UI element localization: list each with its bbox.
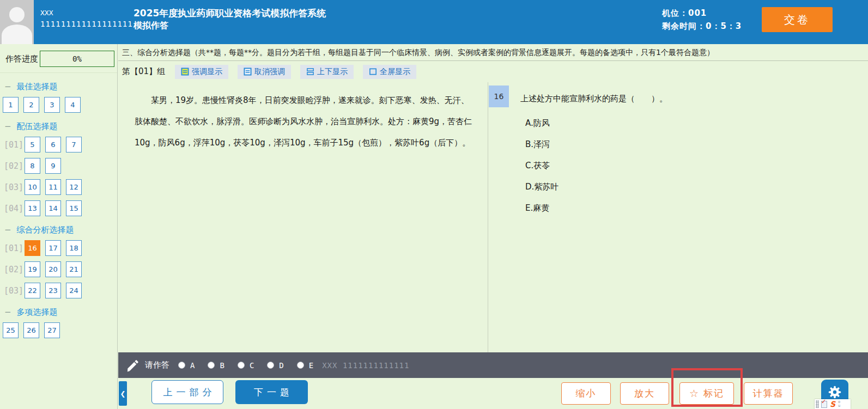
choice-d[interactable]: D: [267, 361, 283, 370]
section-best-choice[interactable]: −最佳选择题: [4, 82, 117, 91]
option-d[interactable]: D.紫苏叶: [525, 176, 559, 198]
system-subtitle: 模拟作答: [133, 20, 326, 32]
question-button-18[interactable]: 18: [66, 240, 82, 256]
question-button-12[interactable]: 12: [66, 179, 82, 195]
collapse-icon: −: [4, 307, 11, 317]
progress-label: 作答进度: [5, 54, 38, 64]
radio-c[interactable]: [238, 362, 245, 369]
collapse-icon: −: [4, 225, 11, 235]
question-button-13[interactable]: 13: [25, 200, 40, 216]
question-button-8[interactable]: 8: [25, 158, 40, 174]
question-button-9[interactable]: 9: [45, 158, 61, 174]
vertical-split-button[interactable]: 上下显示: [300, 65, 354, 79]
question-button-20[interactable]: 20: [45, 261, 61, 277]
answer-prompt: 请作答: [145, 360, 169, 370]
radio-e[interactable]: [297, 362, 304, 369]
question-button-4[interactable]: 4: [65, 97, 81, 113]
remaining-time: 剩余时间：0：5：3: [662, 20, 742, 33]
question-button-22[interactable]: 22: [25, 283, 40, 298]
zoom-out-button[interactable]: 缩小: [561, 382, 611, 405]
case-panel: 某男，19岁。患慢性肾炎8年，日前突发眼睑浮肿，遂来就诊。刻下恶寒、发热、无汗、…: [118, 82, 488, 352]
choice-label: B: [220, 361, 224, 370]
section-title-label: 多项选择题: [17, 307, 58, 317]
section-multiple-choice[interactable]: −多项选择题: [4, 307, 117, 317]
calculator-button[interactable]: 计算器: [744, 382, 793, 405]
gear-icon: [827, 384, 843, 400]
choice-label: A: [190, 361, 195, 370]
collapse-icon: −: [4, 82, 11, 91]
next-question-button[interactable]: 下一题: [235, 380, 308, 404]
star-icon: ☆: [689, 388, 700, 399]
choice-c[interactable]: C: [238, 361, 254, 370]
progress-row: 作答进度 0%: [0, 51, 117, 67]
drag-handle-icon[interactable]: [816, 400, 819, 408]
choice-a[interactable]: A: [178, 361, 195, 370]
unhighlight-icon: [244, 68, 252, 76]
option-b[interactable]: B.泽泻: [525, 134, 559, 155]
option-a[interactable]: A.防风: [525, 113, 559, 134]
note-document-icon[interactable]: ✓: [821, 401, 827, 408]
question-panel: 16 上述处方中能宣肺利水的药是（ ）。 A.防风 B.泽泻 C.茯苓 D.紫苏…: [488, 82, 868, 352]
option-e[interactable]: E.麻黄: [525, 198, 559, 219]
answer-bar: 请作答 A B C D: [118, 352, 868, 378]
question-button-27[interactable]: 27: [44, 322, 60, 338]
question-button-17[interactable]: 17: [45, 240, 61, 256]
option-c[interactable]: C.茯苓: [525, 155, 559, 176]
radio-d[interactable]: [267, 362, 274, 369]
section-instruction: 三、综合分析选择题（共**题，每题**分。题目分为若干组，每组题目基于同一个临床…: [118, 44, 868, 61]
session-info: 机位：001 剩余时间：0：5：3: [662, 7, 742, 33]
choice-e[interactable]: E: [297, 361, 313, 370]
split-view-icon: [306, 68, 314, 76]
cancel-emphasize-button[interactable]: 取消强调: [238, 65, 291, 79]
question-number-badge: 16: [489, 86, 509, 107]
question-button-23[interactable]: 23: [45, 283, 61, 298]
radio-a[interactable]: [178, 362, 185, 369]
emphasize-display-button[interactable]: 强调显示: [175, 65, 228, 79]
question-button-26[interactable]: 26: [23, 322, 39, 338]
group-title: 第【01】组: [122, 66, 165, 77]
choice-b[interactable]: B: [208, 361, 224, 370]
question-button-2[interactable]: 2: [23, 97, 39, 113]
avatar-head-shape: [9, 7, 25, 22]
section-comprehensive-analysis[interactable]: −综合分析选择题: [4, 225, 117, 235]
ctrl-label: 取消强调: [254, 67, 285, 77]
question-button-5[interactable]: 5: [25, 137, 40, 152]
choice-label: D: [279, 361, 283, 370]
choice-label: E: [309, 361, 313, 370]
radio-b[interactable]: [208, 362, 215, 369]
question-button-25[interactable]: 25: [3, 322, 19, 338]
avatar: [0, 0, 34, 44]
section-title-label: 综合分析选择题: [17, 225, 74, 235]
zoom-in-button[interactable]: 放大: [620, 382, 669, 405]
collapse-sidebar-button[interactable]: ❮: [119, 381, 127, 406]
question-button-19[interactable]: 19: [25, 261, 40, 277]
question-button-1[interactable]: 1: [3, 97, 19, 113]
question-button-24[interactable]: 24: [66, 283, 82, 298]
previous-section-button[interactable]: 上一部分: [151, 380, 223, 404]
group-label: [04]: [4, 204, 23, 213]
question-button-15[interactable]: 15: [66, 200, 82, 216]
question-row: 1 2 3 4: [0, 97, 117, 113]
section-matching-choice[interactable]: −配伍选择题: [4, 121, 117, 131]
question-row: [02] 19 20 21: [0, 261, 117, 277]
question-button-16-active[interactable]: 16: [25, 240, 40, 256]
question-button-7[interactable]: 7: [66, 137, 82, 152]
question-button-21[interactable]: 21: [66, 261, 82, 277]
group-label: [03]: [4, 286, 23, 296]
group-label: [03]: [4, 182, 23, 192]
question-button-6[interactable]: 6: [45, 137, 61, 152]
submit-paper-button[interactable]: 交卷: [762, 7, 833, 32]
section-title-label: 配伍选择题: [17, 121, 58, 131]
question-button-14[interactable]: 14: [45, 200, 61, 216]
mark-button[interactable]: ☆ 标记: [679, 382, 734, 405]
question-button-3[interactable]: 3: [44, 97, 60, 113]
fullscreen-button[interactable]: 全屏显示: [363, 65, 416, 79]
progress-value: 0%: [40, 51, 114, 67]
option-list: A.防风 B.泽泻 C.茯苓 D.紫苏叶 E.麻黄: [525, 113, 559, 219]
ime-toolbar[interactable]: ✓ S o u: [815, 399, 851, 409]
question-button-10[interactable]: 10: [25, 179, 40, 195]
question-row: [01] 16 17 18: [0, 240, 117, 256]
sogou-ime-icon[interactable]: S: [830, 400, 835, 408]
question-button-11[interactable]: 11: [45, 179, 61, 195]
group-label: [01]: [4, 243, 23, 253]
